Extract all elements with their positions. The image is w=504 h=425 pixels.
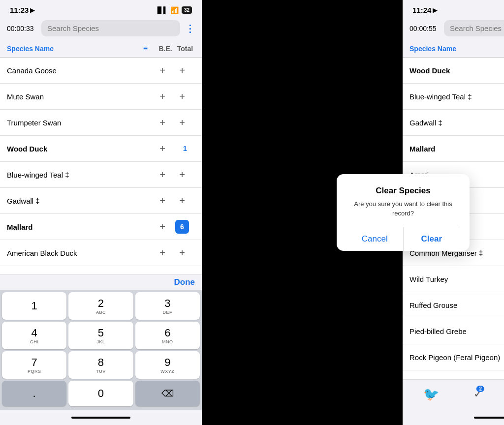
table-row: American Black Duck + + (0, 240, 202, 266)
right-location-icon: ▶ (433, 7, 437, 14)
numpad-key-3[interactable]: 3 DEF (135, 292, 200, 320)
table-row: Gadwall ‡ + + (403, 110, 504, 136)
left-phone-panel: 11:23 ▶ ▐▌▌ 📶 32 00:00:33 ⋮ Species Name… (0, 0, 202, 425)
species-name: Wild Turkey (410, 275, 504, 283)
clear-button[interactable]: Clear (404, 227, 460, 251)
table-row: Trumpeter Swan + + (0, 110, 202, 136)
species-name: Mallard (410, 145, 504, 153)
species-name: American Black Duck (7, 249, 156, 257)
be-plus-btn[interactable]: + (156, 220, 169, 234)
be-plus-btn[interactable]: + (156, 168, 169, 182)
gap (202, 0, 302, 425)
done-bar: Done (0, 274, 202, 290)
dialog-buttons: Cancel Clear (346, 227, 460, 251)
numpad-key-0[interactable]: 0 (68, 381, 133, 406)
table-row: Canada Goose + + (0, 58, 202, 84)
numpad-row-3: 7 PQRS 8 TUV 9 WXYZ (2, 351, 200, 379)
left-search-input[interactable] (41, 20, 180, 36)
table-row: Gadwall ‡ + + (0, 188, 202, 214)
left-col-be: B.E. (156, 45, 175, 53)
be-plus-btn[interactable]: + (156, 116, 169, 129)
table-row: Mourning Dove + + (403, 370, 504, 379)
table-row: Wild Turkey + + (403, 266, 504, 292)
right-app-header: 00:00:55 ⋮ (403, 17, 504, 40)
right-timer: 00:00:55 (410, 25, 439, 32)
left-clock: 11:23 (10, 6, 29, 14)
left-battery: 32 (182, 6, 192, 14)
be-col: + (156, 63, 175, 77)
left-species-list: Canada Goose + + Mute Swan + + Trumpeter… (0, 58, 202, 274)
total-plus-btn[interactable]: + (175, 194, 189, 208)
be-plus-btn[interactable]: + (156, 63, 169, 77)
numpad-key-delete[interactable]: ⌫ (135, 381, 200, 406)
tab-checklist[interactable]: ✓ 2 (455, 388, 502, 400)
total-plus-btn[interactable]: + (175, 63, 189, 77)
left-app-header: 00:00:33 ⋮ (0, 17, 202, 40)
right-col-name: Species Name (410, 45, 504, 53)
species-name: Ruffed Grouse (410, 301, 504, 309)
cancel-button[interactable]: Cancel (346, 227, 404, 251)
table-row: Mallard + 6 (403, 136, 504, 162)
numpad-key-4[interactable]: 4 GHI (2, 322, 66, 349)
species-name: Blue-winged Teal ‡ (7, 171, 156, 179)
species-name: Wood Duck (410, 66, 504, 75)
species-name: Wood Duck (7, 145, 156, 153)
numpad-key-dot[interactable]: . (2, 381, 66, 406)
dialog-message: Are you sure you want to clear this reco… (346, 200, 460, 217)
be-plus-btn[interactable]: + (156, 142, 169, 155)
species-name: Gadwall ‡ (410, 119, 504, 127)
table-row: Blue-winged Teal ‡ + + (403, 84, 504, 110)
be-plus-btn[interactable]: + (156, 246, 169, 260)
right-home-indicator (403, 410, 504, 425)
species-name: Mute Swan (7, 92, 156, 101)
left-more-icon[interactable]: ⋮ (185, 23, 195, 34)
left-status-icons: ▐▌▌ 📶 32 (155, 6, 192, 14)
species-name: Rock Pigeon (Feral Pigeon) (410, 353, 504, 362)
table-row: Wood Duck + 1 (0, 136, 202, 162)
left-status-bar: 11:23 ▶ ▐▌▌ 📶 32 (0, 0, 202, 17)
bird-icon: 🐦 (423, 387, 439, 402)
left-home-indicator (0, 410, 202, 425)
right-table-header: Species Name ≡ B.E. Total (403, 40, 504, 58)
table-row: Mute Swan + + (0, 84, 202, 110)
numpad-key-5[interactable]: 5 JKL (68, 322, 133, 349)
numpad-key-1[interactable]: 1 (2, 292, 66, 320)
left-location-icon: ▶ (30, 7, 34, 14)
be-plus-btn[interactable]: + (156, 90, 169, 103)
tab-bird[interactable]: 🐦 (408, 387, 455, 402)
total-plus-btn[interactable]: + (175, 168, 189, 182)
left-signal-icon: ▐▌▌ (155, 6, 167, 14)
left-col-name: Species Name (7, 45, 143, 53)
table-row: Pied-billed Grebe + + (403, 318, 504, 344)
right-time: 11:24 ▶ (412, 6, 437, 14)
numpad-key-8[interactable]: 8 TUV (68, 351, 133, 379)
numpad-row-4: . 0 ⌫ (2, 381, 200, 406)
total-plus-btn[interactable]: + (175, 246, 189, 260)
numpad-key-9[interactable]: 9 WXYZ (135, 351, 200, 379)
numpad-row-1: 1 2 ABC 3 DEF (2, 292, 200, 320)
done-button[interactable]: Done (174, 277, 195, 287)
species-name: Pied-billed Grebe (410, 327, 504, 335)
right-clock: 11:24 (412, 6, 431, 14)
numpad-key-6[interactable]: 6 MNO (135, 322, 200, 349)
checklist-badge: 2 (476, 386, 484, 392)
right-status-bar: 11:24 ▶ ▐▌▌ 📶 32 (403, 0, 504, 17)
species-name: Gadwall ‡ (7, 197, 156, 205)
total-plus-btn[interactable]: + (175, 116, 189, 129)
right-search-input[interactable] (444, 20, 504, 36)
tab-map[interactable]: 🗺 0.0 (502, 388, 504, 400)
left-time: 11:23 ▶ (10, 6, 34, 14)
species-name: Trumpeter Swan (7, 119, 156, 127)
numpad-key-2[interactable]: 2 ABC (68, 292, 133, 320)
species-name: Canada Goose (7, 66, 156, 75)
left-table-header: Species Name ≡ B.E. Total (0, 40, 202, 58)
numpad-key-7[interactable]: 7 PQRS (2, 351, 66, 379)
table-row: Blue-winged Teal ‡ + + (0, 162, 202, 188)
table-row: Ruffed Grouse + + (403, 292, 504, 318)
dialog-title: Clear Species (346, 186, 460, 196)
left-filter-icon[interactable]: ≡ (143, 44, 148, 53)
total-plus-btn[interactable]: + (175, 90, 189, 103)
be-plus-btn[interactable]: + (156, 194, 169, 208)
numpad-row-2: 4 GHI 5 JKL 6 MNO (2, 322, 200, 349)
clear-species-dialog: Clear Species Are you sure you want to c… (337, 174, 470, 250)
